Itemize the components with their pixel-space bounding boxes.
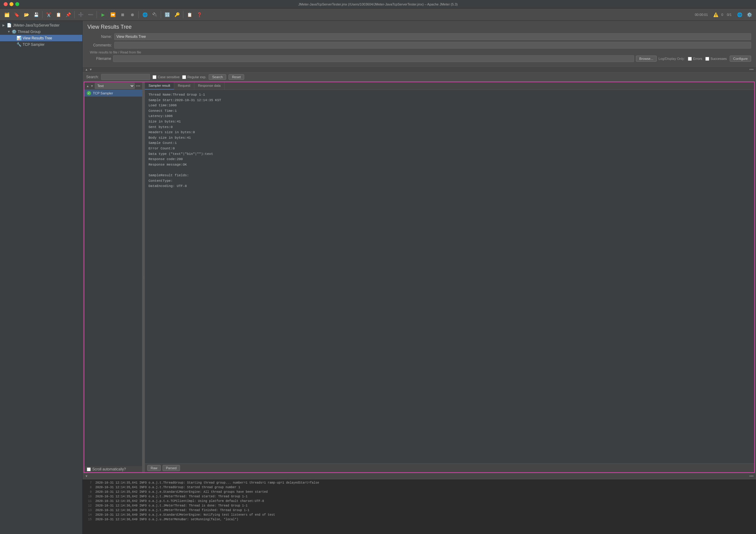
remote-start-icon[interactable]: 🌐 (141, 11, 149, 19)
view-results-label: View Results Tree (23, 36, 52, 40)
three-dot-menu-top[interactable]: ••• (749, 67, 754, 72)
result-detail-pane: Sampler result Request Response data Thr… (145, 82, 754, 472)
scroll-auto-checkbox[interactable] (87, 467, 91, 471)
warning-count: 0 (721, 13, 723, 16)
tab-response-data[interactable]: Response data (194, 82, 225, 90)
expand-icon[interactable]: ➕ (76, 11, 85, 19)
maximize-button[interactable] (15, 2, 19, 6)
sampler-success-icon: ✓ (87, 91, 91, 95)
case-sensitive-checkbox[interactable] (152, 75, 156, 79)
warning-icon[interactable]: ⚠️ (712, 11, 720, 19)
template-icon[interactable]: 🔖 (12, 11, 21, 19)
raw-button[interactable]: Raw (147, 465, 161, 471)
panel-title: View Results Tree (87, 24, 751, 30)
regular-exp-label: Regular exp. (182, 75, 206, 79)
window-controls[interactable] (4, 2, 19, 6)
log-line-7: 7 2020-10-31 12:14:35,641 INFO o.a.j.t.T… (85, 481, 754, 485)
sep6 (183, 11, 183, 18)
result-content: Thread Name:Thread Group 1-1 Sample Star… (145, 90, 754, 464)
view-results-icon: 📊 (16, 36, 21, 40)
scroll-auto-label: Scroll automatically? (92, 467, 126, 471)
collapse-up-icon[interactable]: ▲ (85, 68, 88, 71)
sep3 (96, 11, 97, 18)
help-icon[interactable]: ❓ (195, 11, 203, 19)
browse-button[interactable]: Browse... (636, 56, 657, 62)
result-tabs: Sampler result Request Response data (145, 82, 754, 90)
function-icon[interactable]: 🔢 (163, 11, 172, 19)
sampler-items: ✓ TCP Sampler (84, 90, 142, 466)
thread-group-icon: ⚙️ (12, 29, 16, 34)
root-icon: 📄 (7, 23, 12, 28)
sidebar-item-thread-group[interactable]: ▼ ⚙️ Thread Group (0, 28, 82, 35)
sampler-collapse-up[interactable]: ▲ (86, 84, 89, 88)
bottom-three-dot[interactable]: ••• (749, 474, 754, 478)
tab-request[interactable]: Request (174, 82, 194, 90)
configure-button[interactable]: Configure (730, 56, 751, 62)
sidebar-item-view-results-tree[interactable]: 📊 View Results Tree (0, 35, 82, 41)
scroll-auto-row: Scroll automatically? (84, 466, 142, 472)
cut-icon[interactable]: ✂️ (44, 11, 53, 19)
sampler-collapse-down[interactable]: ▼ (91, 84, 94, 88)
close-button[interactable] (4, 2, 8, 6)
settings-icon[interactable]: ⚙️ (745, 11, 754, 19)
filename-label: Filename (90, 57, 111, 61)
name-input[interactable] (114, 33, 751, 40)
collapse-icon[interactable]: ➖ (86, 11, 95, 19)
tab-sampler-result[interactable]: Sampler result (145, 82, 174, 90)
log-line-9: 9 2020-10-31 12:14:35,642 INFO o.a.j.e.S… (85, 490, 754, 494)
sampler-item-label: TCP Sampler (93, 91, 113, 95)
sidebar-item-tcp-sampler[interactable]: 🔧 TCP Sampler (0, 41, 82, 48)
tcp-sampler-label: TCP Sampler (23, 42, 44, 47)
sidebar-item-root[interactable]: ▶ 📄 JMeter-JavaTcpServerTester (0, 22, 82, 28)
name-label: Name: (87, 35, 112, 39)
network-icon[interactable]: 🌐 (735, 11, 744, 19)
sidebar: ▶ 📄 JMeter-JavaTcpServerTester ▼ ⚙️ Thre… (0, 21, 83, 534)
paste-icon[interactable]: 📌 (64, 11, 72, 19)
panel-divider[interactable]: ⋮ (142, 82, 145, 472)
open-icon[interactable]: 📂 (22, 11, 31, 19)
sep4 (138, 11, 139, 18)
content-area: View Results Tree Name: Comments: Write … (83, 21, 756, 534)
minimize-button[interactable] (10, 2, 14, 6)
stop-icon[interactable]: ⏹ (118, 11, 127, 19)
filename-input[interactable] (113, 55, 634, 62)
log-line-8: 8 2020-10-31 12:14:35,641 INFO o.a.j.t.T… (85, 485, 754, 490)
save-icon[interactable]: 💾 (32, 11, 40, 19)
parsed-button[interactable]: Parsed (163, 465, 180, 471)
results-panel: ▲ ▼ Text RegExp Tester CSS/JQuery Tester… (84, 82, 755, 473)
collapse-bar-top: ▲ ▼ ••• (83, 67, 756, 73)
log-area: 7 2020-10-31 12:14:35,641 INFO o.a.j.t.T… (83, 479, 756, 534)
tree-arrow-vrt (12, 36, 16, 40)
options-icon[interactable]: 📋 (185, 11, 194, 19)
shutdown-icon[interactable]: ⏺ (128, 11, 137, 19)
remote-stop-icon[interactable]: 🔌 (150, 11, 159, 19)
result-footer: Raw Parsed (145, 464, 754, 472)
regular-exp-checkbox[interactable] (182, 75, 186, 79)
collapse-down-icon[interactable]: ▼ (89, 68, 92, 71)
filename-row: Filename Browse... Log/Display Only: Err… (90, 55, 751, 62)
result-text: Thread Name:Thread Group 1-1 Sample Star… (148, 92, 750, 189)
bottom-collapse-down[interactable]: ▼ (85, 474, 88, 478)
search-button[interactable]: Search (209, 74, 226, 80)
run-icon[interactable]: ▶ (99, 11, 107, 19)
search-input[interactable] (101, 74, 150, 80)
format-select[interactable]: Text RegExp Tester CSS/JQuery Tester JSO… (95, 83, 135, 89)
successes-checkbox[interactable] (705, 57, 709, 61)
new-icon[interactable]: 🗂️ (2, 11, 11, 19)
sampler-list-pane: ▲ ▼ Text RegExp Tester CSS/JQuery Tester… (84, 82, 142, 472)
panel-header: View Results Tree Name: Comments: Write … (83, 21, 756, 67)
write-results-section: Write results to file / Read from file F… (87, 50, 751, 62)
sampler-item-tcp[interactable]: ✓ TCP Sampler (84, 90, 142, 96)
log-line-15: 15 2020-10-31 12:14:36,649 INFO o.a.j.u.… (85, 517, 754, 522)
tcp-sampler-icon: 🔧 (16, 42, 21, 47)
regular-exp-text: Regular exp. (187, 75, 206, 79)
run-no-pause-icon[interactable]: ⏩ (108, 11, 117, 19)
errors-checkbox-label: Errors (688, 57, 702, 61)
comments-input[interactable] (114, 42, 751, 49)
copy-icon[interactable]: 📋 (54, 11, 63, 19)
reset-button[interactable]: Reset (229, 74, 244, 80)
plugin-icon[interactable]: 🔑 (173, 11, 181, 19)
sampler-three-dot[interactable]: ••• (136, 84, 140, 88)
errors-checkbox[interactable] (688, 57, 692, 61)
log-line-14: 14 2020-10-31 12:14:36,649 INFO o.a.j.e.… (85, 513, 754, 517)
